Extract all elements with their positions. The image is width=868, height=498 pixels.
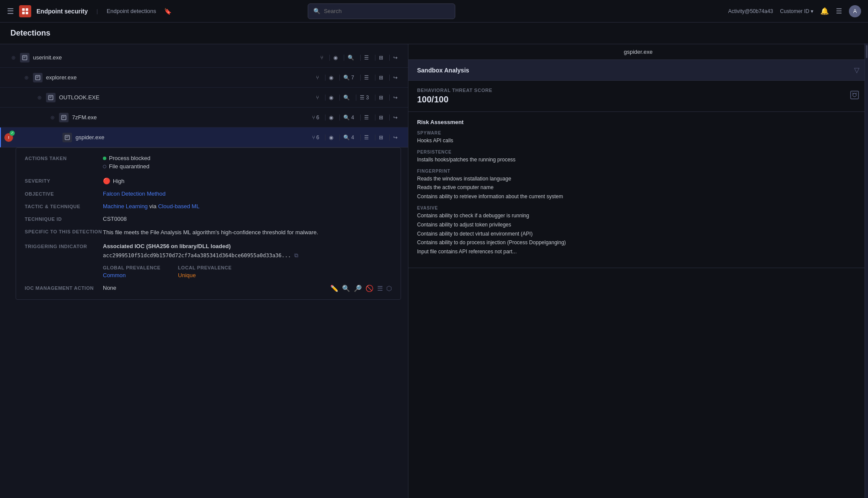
tactic-value: Machine Learning via Cloud-based ML bbox=[103, 203, 392, 210]
risk-section: Risk Assessment SPYWARE Hooks API calls … bbox=[408, 112, 868, 268]
detail-triggering: TRIGGERING INDICATOR Associated IOC (SHA… bbox=[25, 243, 392, 259]
app-icon bbox=[19, 5, 31, 17]
risk-desc-evasive-2: Contains ability to adjust token privile… bbox=[417, 221, 859, 229]
user-info: Activity@50b74a43 bbox=[728, 8, 773, 14]
objective-value: Falcon Detection Method bbox=[103, 190, 392, 197]
risk-desc-evasive-3: Contains ability to detect virtual envir… bbox=[417, 230, 859, 238]
ioc-search-icon[interactable]: 🔍 bbox=[342, 285, 350, 292]
risk-desc-evasive-5: Input file contains API references not p… bbox=[417, 248, 859, 256]
sandbox-bookmark-icon[interactable]: ▽ bbox=[854, 66, 859, 74]
ioc-list-icon[interactable]: ☰ bbox=[377, 285, 383, 292]
risk-desc-spyware-1: Hooks API calls bbox=[417, 137, 859, 144]
action-process-blocked: Process blocked bbox=[103, 155, 392, 161]
severity-dot-icon: 🔴 bbox=[103, 177, 110, 184]
tactic-ml-link[interactable]: Machine Learning bbox=[103, 203, 148, 210]
svg-rect-3 bbox=[26, 12, 28, 14]
detail-tactic: TACTIC & TECHNIQUE Machine Learning via … bbox=[25, 203, 392, 210]
severity-label: SEVERITY bbox=[25, 177, 103, 184]
process-row-outlook[interactable]: ⊕ OUTLOOK.EXE ⑂ ◉ 🔍 ☰3 ⊞ ↪ bbox=[0, 88, 408, 108]
global-prevalence-label: GLOBAL PREVALENCE bbox=[103, 265, 161, 270]
right-panel: gspider.exe Sandbox Analysis ▽ BEHAVIORA… bbox=[408, 44, 868, 498]
bookmark-icon[interactable]: 🔖 bbox=[164, 8, 171, 15]
process-actions-gspider: ⑂6 ◉ 🔍4 ☰ ⊞ ↪ bbox=[309, 134, 401, 141]
ioc-magnify-icon[interactable]: 🔎 bbox=[354, 285, 362, 292]
threat-score-value: 100/100 bbox=[417, 95, 492, 105]
detail-severity: SEVERITY 🔴 High bbox=[25, 177, 392, 184]
process-row-gspider[interactable]: ! ✓ gspider.exe ⑂6 ◉ 🔍4 ☰ ⊞ ↪ bbox=[0, 128, 408, 147]
process-row-explorer[interactable]: ⊕ explorer.exe ⑂ ◉ 🔍7 ☰ ⊞ ↪ bbox=[0, 68, 408, 88]
ioc-export-icon[interactable]: ⬡ bbox=[386, 285, 392, 292]
process-row-7zfm[interactable]: ⊕ 7zFM.exe ⑂6 ◉ 🔍4 ☰ ⊞ ↪ bbox=[0, 108, 408, 128]
risk-spyware: SPYWARE Hooks API calls bbox=[417, 131, 859, 144]
process-icon-7zfm bbox=[59, 113, 69, 122]
threat-label: BEHAVIORAL THREAT SCORE bbox=[417, 88, 492, 93]
avatar[interactable]: A bbox=[849, 5, 861, 17]
process-row-userinit[interactable]: ⊕ userinit.exe ⑂ ◉ 🔍 ☰ ⊞ ↪ bbox=[0, 48, 408, 68]
process-name-explorer: explorer.exe bbox=[46, 74, 107, 81]
ioc-management-label: IOC MANAGEMENT ACTION bbox=[25, 285, 103, 291]
threat-analyze-icon[interactable] bbox=[850, 90, 859, 102]
process-actions-userinit: ⑂ ◉ 🔍 ☰ ⊞ ↪ bbox=[317, 55, 401, 61]
triggering-title: Associated IOC (SHA256 on library/DLL lo… bbox=[103, 243, 392, 249]
page-title: Detections bbox=[10, 29, 50, 37]
process-name-7zfm: 7zFM.exe bbox=[72, 114, 133, 121]
svg-rect-19 bbox=[851, 91, 858, 99]
risk-persistence: PERSISTENCE Installs hooks/patches the r… bbox=[417, 150, 859, 164]
specific-value: This file meets the File Analysis ML alg… bbox=[103, 228, 392, 237]
nav-endpoint-detections[interactable]: Endpoint detections bbox=[107, 8, 156, 14]
triggering-label: TRIGGERING INDICATOR bbox=[25, 243, 103, 259]
actions-label: ACTIONS TAKEN bbox=[25, 155, 103, 171]
process-icon-explorer bbox=[33, 73, 43, 82]
hash-container: acc2999510f51dcd9b1570d72cf7a4a385341d36… bbox=[103, 252, 392, 259]
risk-fingerprint: FINGERPRINT Reads the windows installati… bbox=[417, 169, 859, 200]
customer-id[interactable]: Customer ID ▾ bbox=[780, 8, 813, 14]
top-navigation: ☰ Endpoint security | Endpoint detection… bbox=[0, 0, 868, 23]
risk-evasive: EVASIVE Contains ability to check if a d… bbox=[417, 206, 859, 256]
global-prevalence: GLOBAL PREVALENCE Common bbox=[103, 265, 161, 278]
ioc-block-icon[interactable]: 🚫 bbox=[365, 285, 374, 292]
list-icon[interactable]: ☰ bbox=[836, 7, 842, 15]
process-name-userinit: userinit.exe bbox=[33, 54, 94, 61]
process-name-outlook: OUTLOOK.EXE bbox=[59, 94, 120, 101]
svg-line-22 bbox=[855, 93, 857, 94]
dot-outline-icon bbox=[103, 165, 106, 168]
copy-icon[interactable]: ⧉ bbox=[294, 252, 298, 259]
nav-left: ☰ Endpoint security | Endpoint detection… bbox=[7, 5, 171, 17]
left-panel: ⊕ userinit.exe ⑂ ◉ 🔍 ☰ ⊞ ↪ ⊕ explorer.ex… bbox=[0, 44, 408, 498]
prevalence-row: GLOBAL PREVALENCE Common LOCAL PREVALENC… bbox=[103, 265, 392, 278]
notification-icon[interactable]: 🔔 bbox=[820, 7, 829, 15]
svg-line-21 bbox=[852, 93, 854, 94]
ioc-management-value: None bbox=[103, 285, 116, 291]
svg-rect-0 bbox=[22, 8, 25, 11]
app-name: Endpoint security bbox=[36, 8, 88, 15]
hash-value: acc2999510f51dcd9b1570d72cf7a4a385341d36… bbox=[103, 252, 291, 259]
risk-category-evasive: EVASIVE bbox=[417, 206, 859, 210]
technique-value: CST0008 bbox=[103, 216, 392, 222]
risk-desc-persistence-1: Installs hooks/patches the running proce… bbox=[417, 156, 859, 164]
scrollbar[interactable] bbox=[865, 43, 868, 498]
specific-label: SPECIFIC TO THIS DETECTION bbox=[25, 228, 103, 237]
ioc-edit-icon[interactable]: ✏️ bbox=[330, 285, 339, 292]
nav-divider: | bbox=[96, 8, 98, 14]
nav-right: Activity@50b74a43 Customer ID ▾ 🔔 ☰ A bbox=[728, 5, 861, 17]
risk-desc-fingerprint-1: Reads the windows installation language bbox=[417, 175, 859, 183]
risk-desc-evasive-1: Contains ability to check if a debugger … bbox=[417, 212, 859, 220]
page-header: Detections bbox=[0, 23, 868, 44]
search-input[interactable] bbox=[324, 8, 450, 14]
process-name-gspider: gspider.exe bbox=[76, 134, 136, 141]
tactic-cloud-link[interactable]: Cloud-based ML bbox=[158, 203, 199, 210]
objective-link[interactable]: Falcon Detection Method bbox=[103, 190, 166, 197]
global-prevalence-value: Common bbox=[103, 272, 161, 278]
triggering-value: Associated IOC (SHA256 on library/DLL lo… bbox=[103, 243, 392, 259]
search-bar[interactable]: 🔍 bbox=[308, 3, 455, 19]
action-file-quarantined: File quarantined bbox=[103, 163, 392, 170]
hamburger-icon[interactable]: ☰ bbox=[7, 7, 14, 16]
process-icon-userinit bbox=[20, 53, 30, 62]
svg-rect-1 bbox=[26, 8, 28, 11]
risk-title: Risk Assessment bbox=[417, 119, 859, 125]
threat-score-row: BEHAVIORAL THREAT SCORE 100/100 bbox=[408, 81, 868, 112]
process-icon-gspider bbox=[62, 133, 72, 142]
technique-label: TECHNIQUE ID bbox=[25, 216, 103, 222]
tactic-via: via bbox=[149, 203, 158, 210]
local-prevalence: LOCAL PREVALENCE Unique bbox=[178, 265, 232, 278]
